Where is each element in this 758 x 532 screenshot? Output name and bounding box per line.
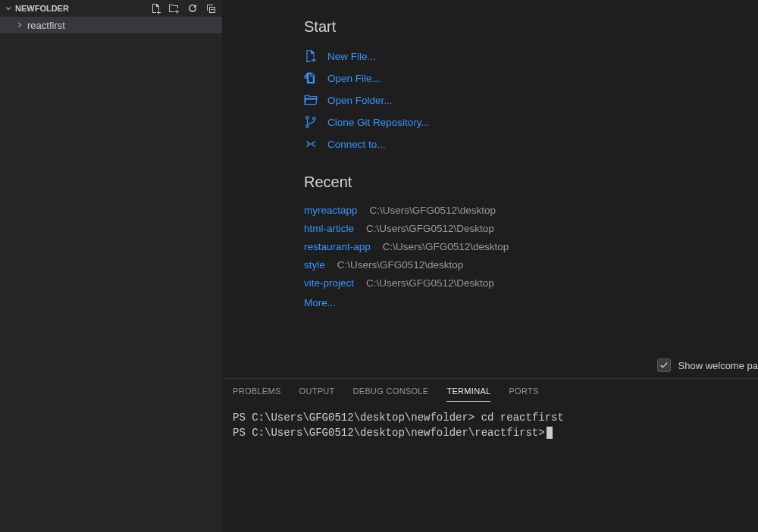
start-new-file[interactable]: New File... [304, 49, 758, 63]
recent-heading: Recent [304, 174, 758, 191]
remote-icon [304, 137, 318, 151]
svg-point-2 [313, 117, 316, 120]
terminal-line: PS C:\Users\GFG0512\desktop\newfolder> c… [233, 410, 747, 425]
recent-name[interactable]: restaurant-app [304, 241, 371, 252]
tab-ports[interactable]: PORTS [509, 386, 538, 402]
recent-name[interactable]: html-article [304, 223, 354, 234]
main-area: Start New File... Open File... Open Fold… [222, 0, 758, 532]
folder-name: NEWFOLDER [15, 4, 149, 13]
open-file-icon [304, 71, 318, 85]
panel-tabs: PROBLEMS OUTPUT DEBUG CONSOLE TERMINAL P… [222, 379, 758, 402]
recent-name[interactable]: vite-project [304, 277, 354, 289]
recent-path: C:\Users\GFG0512\desktop [370, 205, 496, 216]
tab-debug-console[interactable]: DEBUG CONSOLE [353, 386, 429, 402]
recent-item: myreactapp C:\Users\GFG0512\desktop [304, 205, 758, 216]
svg-point-1 [306, 125, 309, 128]
new-folder-icon[interactable] [168, 2, 181, 15]
recent-name[interactable]: style [304, 259, 325, 271]
start-connect-to[interactable]: Connect to... [304, 137, 758, 151]
chevron-right-icon [15, 20, 26, 30]
start-open-file[interactable]: Open File... [304, 71, 758, 85]
tab-output[interactable]: OUTPUT [299, 386, 335, 402]
terminal-line: PS C:\Users\GFG0512\desktop\newfolder\re… [233, 425, 747, 440]
refresh-icon[interactable] [186, 2, 199, 15]
welcome-checkbox[interactable] [657, 358, 671, 372]
start-list: New File... Open File... Open Folder... … [304, 49, 758, 151]
welcome-checkbox-label: Show welcome pa [678, 360, 759, 371]
recent-item: html-article C:\Users\GFG0512\Desktop [304, 223, 758, 234]
tree-item-label: reactfirst [27, 20, 65, 31]
folder-icon [304, 93, 318, 107]
chevron-down-icon[interactable] [3, 4, 14, 13]
svg-point-0 [306, 117, 309, 120]
tree-item-reactfirst[interactable]: reactfirst [0, 17, 222, 33]
welcome-editor: Start New File... Open File... Open Fold… [222, 0, 758, 378]
start-item-label: Connect to... [327, 139, 386, 150]
git-branch-icon [304, 115, 318, 129]
start-item-label: Open Folder... [327, 95, 393, 106]
start-item-label: New File... [327, 51, 376, 62]
start-heading: Start [304, 18, 758, 36]
tab-problems[interactable]: PROBLEMS [233, 386, 281, 402]
start-clone-git[interactable]: Clone Git Repository... [304, 115, 758, 129]
recent-more-link[interactable]: More... [304, 297, 758, 308]
explorer-header: NEWFOLDER [0, 0, 222, 17]
tab-terminal[interactable]: TERMINAL [446, 386, 490, 402]
start-item-label: Clone Git Repository... [327, 117, 430, 128]
recent-path: C:\Users\GFG0512\desktop [383, 241, 509, 252]
start-item-label: Open File... [327, 73, 381, 84]
collapse-all-icon[interactable] [204, 2, 218, 15]
recent-path: C:\Users\GFG0512\desktop [337, 259, 464, 271]
recent-item: style C:\Users\GFG0512\desktop [304, 259, 758, 271]
recent-item: vite-project C:\Users\GFG0512\Desktop [304, 277, 758, 289]
bottom-panel: PROBLEMS OUTPUT DEBUG CONSOLE TERMINAL P… [222, 378, 758, 532]
explorer-sidebar: NEWFOLDER reactfirst [0, 0, 222, 532]
recent-name[interactable]: myreactapp [304, 205, 358, 216]
new-file-icon[interactable] [149, 2, 163, 15]
start-open-folder[interactable]: Open Folder... [304, 93, 758, 107]
recent-path: C:\Users\GFG0512\Desktop [366, 223, 494, 234]
recent-item: restaurant-app C:\Users\GFG0512\desktop [304, 241, 758, 252]
recent-list: myreactapp C:\Users\GFG0512\desktop html… [304, 205, 758, 308]
new-file-icon [304, 49, 318, 63]
recent-path: C:\Users\GFG0512\Desktop [366, 277, 494, 289]
terminal-content[interactable]: PS C:\Users\GFG0512\desktop\newfolder> c… [222, 402, 758, 449]
welcome-checkbox-row: Show welcome pa [657, 358, 759, 372]
terminal-cursor [547, 427, 553, 439]
